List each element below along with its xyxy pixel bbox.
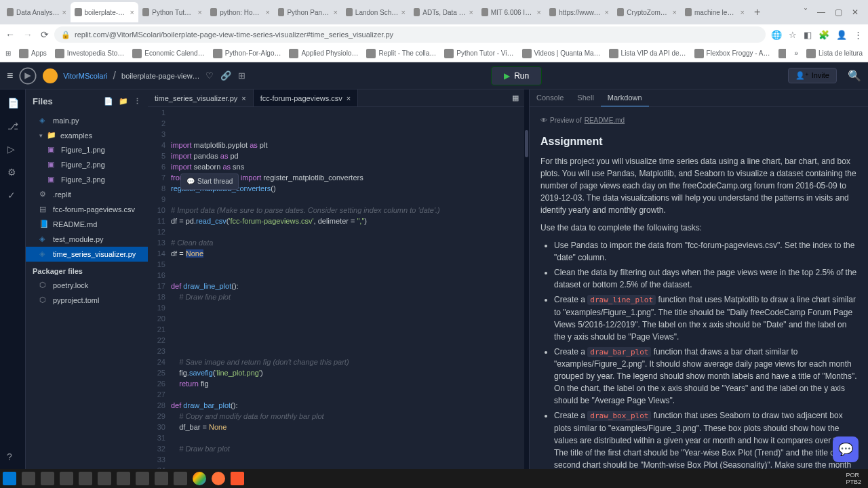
star-icon[interactable]: ☆: [789, 30, 797, 40]
vcs-rail-icon[interactable]: ⎇: [7, 121, 18, 131]
menu-icon[interactable]: ⋮: [854, 30, 863, 40]
editor-layout-icon[interactable]: ▦: [507, 89, 524, 106]
new-file-icon[interactable]: 📄: [104, 97, 113, 106]
bookmark-item[interactable]: Videos | Quanta Ma…: [522, 49, 601, 58]
file-pyproject[interactable]: ⬡pyproject.toml: [26, 293, 148, 308]
check-rail-icon[interactable]: ✓: [7, 190, 18, 201]
tab-shell[interactable]: Shell: [570, 89, 600, 106]
bookmark-item[interactable]: Investopedia Sto…: [55, 49, 125, 58]
tab-console[interactable]: Console: [530, 89, 570, 106]
url-input[interactable]: 🔒 replit.com/@VitorMScolari/boilerplate-…: [54, 26, 766, 43]
browser-tab[interactable]: ADTs, Data Types,×: [410, 2, 477, 22]
browser-tab[interactable]: https://www.uder×: [545, 2, 613, 22]
app1-icon[interactable]: [60, 472, 73, 485]
bookmark-item[interactable]: Python Tutor - Vi…: [444, 49, 513, 58]
app6-icon[interactable]: [155, 472, 168, 485]
file-poetry-lock[interactable]: ⬡poetry.lock: [26, 278, 148, 293]
tray-lang[interactable]: PORPTB2: [846, 472, 865, 485]
link-icon[interactable]: 🔗: [220, 70, 231, 81]
chrome-chevron-down-icon[interactable]: ˅: [804, 7, 808, 17]
help-icon[interactable]: ?: [7, 451, 12, 462]
file-main-py[interactable]: ◈main.py: [26, 113, 148, 128]
app3-icon[interactable]: [98, 472, 111, 485]
app5-icon[interactable]: [136, 472, 149, 485]
brave-taskbar-icon[interactable]: [231, 472, 244, 485]
like-icon[interactable]: ♡: [205, 70, 214, 81]
file-figure-2[interactable]: ▣Figure_2.png: [26, 157, 148, 172]
start-button[interactable]: [3, 472, 16, 485]
back-icon[interactable]: ←: [5, 29, 15, 40]
browser-tab[interactable]: CryptoZombies |×: [613, 2, 681, 22]
bookmark-item[interactable]: Lista VIP da API de…: [609, 49, 686, 58]
tools-rail-icon[interactable]: ⚙: [7, 167, 18, 178]
browser-tab[interactable]: machine learning×: [681, 2, 749, 22]
ext2-icon[interactable]: 🧩: [818, 30, 829, 40]
search-header-icon[interactable]: 🔍: [848, 69, 861, 82]
close-icon[interactable]: ×: [347, 94, 351, 102]
files-rail-icon[interactable]: 📄: [7, 98, 18, 108]
avatar[interactable]: [43, 68, 58, 83]
hamburger-icon[interactable]: ≡: [7, 70, 13, 82]
app4-icon[interactable]: [117, 472, 130, 485]
browser-tab[interactable]: Landon Schlange×: [342, 2, 410, 22]
file-figure-3[interactable]: ▣Figure_3.png: [26, 172, 148, 187]
apps-icon[interactable]: ⊞: [5, 49, 11, 57]
browser-tab[interactable]: MIT 6.006 Introdu×: [477, 2, 545, 22]
browser-tab[interactable]: python: How to c×: [206, 2, 274, 22]
bookmark-item[interactable]: Python-For-Algo…: [213, 49, 281, 58]
ext1-icon[interactable]: ◧: [804, 30, 812, 40]
app2-icon[interactable]: [79, 472, 92, 485]
taskview-icon[interactable]: [41, 472, 54, 485]
translate-icon[interactable]: 🌐: [771, 30, 782, 40]
breadcrumb-user[interactable]: VitorMScolari: [63, 72, 107, 80]
files-menu-icon[interactable]: ⋮: [134, 97, 141, 106]
replit-logo-icon[interactable]: [18, 66, 37, 85]
firefox-taskbar-icon[interactable]: [212, 472, 225, 485]
file-time-series-visualizer[interactable]: ◈time_series_visualizer.py: [26, 247, 148, 262]
app7-icon[interactable]: [174, 472, 187, 485]
markdown-view[interactable]: 👁 Preview of README.md Assignment For th…: [530, 107, 868, 469]
minimap-indicator[interactable]: [525, 130, 528, 157]
new-folder-icon[interactable]: 📁: [119, 97, 128, 106]
task-line-plot: Create a draw_line_plot function that us…: [554, 293, 857, 343]
files-panel: Files 📄 📁 ⋮ ◈main.py ▾📁examples ▣Figure_…: [26, 89, 148, 469]
chat-fab-icon[interactable]: 💬: [833, 436, 859, 462]
reload-icon[interactable]: ⟳: [41, 29, 49, 40]
search-taskbar-icon[interactable]: [22, 472, 35, 485]
window-close-icon[interactable]: ✕: [852, 7, 859, 17]
forward-icon[interactable]: →: [23, 29, 33, 40]
breadcrumb-repo[interactable]: boilerplate-page-view…: [121, 72, 200, 80]
browser-tab[interactable]: boilerplate-page×: [71, 2, 138, 22]
bookmark-item[interactable]: Flexbox Froggy - A…: [694, 49, 770, 58]
bookmark-item[interactable]: Apps: [19, 49, 47, 58]
file-csv[interactable]: ▤fcc-forum-pageviews.csv: [26, 202, 148, 217]
window-maximize-icon[interactable]: ▢: [835, 7, 842, 17]
bookmark-item[interactable]: Replit - The colla…: [366, 49, 436, 58]
close-icon[interactable]: ×: [241, 94, 245, 102]
editor-tab-csv[interactable]: fcc-forum-pageviews.csv×: [254, 89, 358, 106]
run-button[interactable]: ▶Run: [491, 66, 542, 85]
debug-rail-icon[interactable]: ▷: [7, 144, 18, 155]
profile-icon[interactable]: 👤: [836, 30, 847, 40]
start-thread-hint[interactable]: 💬Start thread: [180, 174, 239, 190]
file-figure-1[interactable]: ▣Figure_1.png: [26, 142, 148, 157]
invite-button[interactable]: 👤⁺Invite: [788, 68, 837, 83]
bookmark-reading-list[interactable]: Lista de leitura: [806, 49, 863, 58]
tab-markdown[interactable]: Markdown: [601, 89, 649, 106]
chrome-taskbar-icon[interactable]: [193, 472, 206, 485]
editor-tab-visualizer[interactable]: time_series_visualizer.py×: [148, 89, 254, 106]
code-editor[interactable]: 1234567891011121314151617181920212223242…: [148, 107, 524, 469]
browser-tab[interactable]: Python Pandas Tu×: [274, 2, 342, 22]
bookmark-item[interactable]: Economic Calend…: [132, 49, 204, 58]
file-replit[interactable]: ⚙.replit: [26, 187, 148, 202]
new-tab-button[interactable]: +: [750, 6, 764, 18]
file-test-module[interactable]: ◈test_module.py: [26, 232, 148, 247]
folder-examples[interactable]: ▾📁examples: [26, 128, 148, 142]
browser-tab[interactable]: Data Analysis wit×: [3, 2, 71, 22]
settings-icon[interactable]: ⊞: [238, 70, 245, 81]
bookmark-item[interactable]: TryHackMe | Learn…: [778, 49, 787, 58]
bookmark-item[interactable]: Applied Physiolo…: [289, 49, 358, 58]
file-readme[interactable]: 📘README.md: [26, 217, 148, 232]
window-minimize-icon[interactable]: —: [817, 7, 825, 17]
browser-tab[interactable]: Python Tutor - Vi×: [138, 2, 206, 22]
